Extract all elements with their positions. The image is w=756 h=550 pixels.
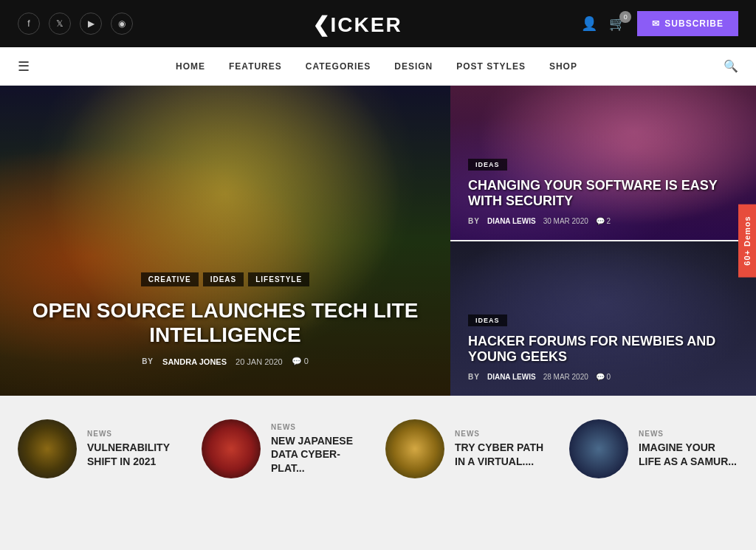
bottom-card-2[interactable]: NEWS NEW JAPANESE DATA CYBER-PLAT... [202,419,371,478]
side-bottom-tag[interactable]: IDEAS [468,314,507,326]
tag-ideas[interactable]: IDEAS [203,272,244,286]
nav-menu: HOME FEATURES CATEGORIES DESIGN POST STY… [176,61,577,72]
nav-item-home[interactable]: HOME [176,61,205,72]
side-bottom-comments: 💬 0 [596,373,611,381]
side-top-content: IDEAS CHANGING YOUR SOFTWARE IS EASY WIT… [450,157,756,225]
hero-author[interactable]: SANDRA JONES [162,357,227,366]
nav-item-post-styles[interactable]: POST STYLES [456,61,526,72]
nav-item-shop[interactable]: SHOP [549,61,577,72]
bottom-card-text-1: NEWS VULNERABILITY SHIFT IN 2021 [87,430,187,467]
tag-lifestyle[interactable]: LIFESTYLE [248,272,309,286]
side-bottom-content: IDEAS HACKER FORUMS FOR NEWBIES AND YOUN… [450,312,756,381]
search-icon[interactable]: 🔍 [724,59,738,73]
hero-by-label: BY [142,357,154,365]
side-bottom-date: 28 MAR 2020 [543,373,588,381]
bottom-card-category-3: NEWS [455,430,554,438]
side-top-date: 30 MAR 2020 [543,217,588,225]
side-top-comments: 💬 2 [596,217,611,225]
bottom-card-img-2 [202,419,261,478]
bottom-card-text-2: NEWS NEW JAPANESE DATA CYBER-PLAT... [271,423,371,475]
nav-item-categories[interactable]: CATEGORIES [306,61,371,72]
top-actions: 👤 🛒0 SUBSCRIBE [581,11,738,36]
bottom-card-category-2: NEWS [271,423,371,431]
hero-comments: 💬 0 [292,357,309,366]
youtube-icon[interactable]: ▶ [80,13,102,35]
hero-main-title: OPEN SOURCE LAUNCHES TECH LITE INTELLIGE… [0,298,450,348]
hero-main-meta: BY SANDRA JONES 20 JAN 2020 💬 0 [0,357,450,366]
bottom-card-category-4: NEWS [639,430,738,438]
hero-main[interactable]: CREATIVE IDEAS LIFESTYLE OPEN SOURCE LAU… [0,86,450,396]
hero-side-top[interactable]: IDEAS CHANGING YOUR SOFTWARE IS EASY WIT… [450,86,756,241]
facebook-icon[interactable]: f [18,13,40,35]
top-bar: f 𝕏 ▶ ◉ ❮ICKER 👤 🛒0 SUBSCRIBE [0,0,756,47]
bottom-card-img-3 [385,419,444,478]
bottom-section: NEWS VULNERABILITY SHIFT IN 2021 NEWS NE… [0,396,756,502]
nav-item-features[interactable]: FEATURES [229,61,282,72]
cart-badge: 0 [619,11,631,23]
demos-tab[interactable]: 60+ Demos [738,204,756,277]
side-bottom-title: HACKER FORUMS FOR NEWBIES AND YOUNG GEEK… [468,334,738,365]
bottom-card-title-1: VULNERABILITY SHIFT IN 2021 [87,441,187,467]
social-links: f 𝕏 ▶ ◉ [18,13,133,35]
bottom-card-title-3: TRY CYBER PATH IN A VIRTUAL.... [455,441,554,467]
side-top-meta: BY DIANA LEWIS 30 MAR 2020 💬 2 [468,217,738,225]
bottom-card-text-4: NEWS IMAGINE YOUR LIFE AS A SAMUR... [639,430,738,467]
bottom-card-img-4 [569,419,628,478]
hero-tags: CREATIVE IDEAS LIFESTYLE [0,272,450,286]
side-top-title: CHANGING YOUR SOFTWARE IS EASY WITH SECU… [468,178,738,210]
bottom-card-1[interactable]: NEWS VULNERABILITY SHIFT IN 2021 [18,419,187,478]
nav-item-design[interactable]: DESIGN [394,61,433,72]
twitter-icon[interactable]: 𝕏 [49,13,71,35]
hero-section: CREATIVE IDEAS LIFESTYLE OPEN SOURCE LAU… [0,86,756,396]
side-top-tag[interactable]: IDEAS [468,159,507,171]
side-bottom-by: BY [468,373,480,381]
side-top-author[interactable]: DIANA LEWIS [487,217,536,225]
side-top-by: BY [468,217,480,225]
hero-side-bottom[interactable]: IDEAS HACKER FORUMS FOR NEWBIES AND YOUN… [450,241,756,396]
bottom-card-text-3: NEWS TRY CYBER PATH IN A VIRTUAL.... [455,430,554,467]
hero-side: IDEAS CHANGING YOUR SOFTWARE IS EASY WIT… [450,86,756,396]
cart-icon[interactable]: 🛒0 [609,16,625,32]
tag-creative[interactable]: CREATIVE [141,272,199,286]
hamburger-icon[interactable]: ☰ [18,58,30,75]
bottom-card-category-1: NEWS [87,430,187,438]
subscribe-button[interactable]: SUBSCRIBE [637,11,738,36]
instagram-icon[interactable]: ◉ [111,13,133,35]
bottom-card-img-1 [18,419,77,478]
nav-bar: ☰ HOME FEATURES CATEGORIES DESIGN POST S… [0,47,756,86]
bottom-card-3[interactable]: NEWS TRY CYBER PATH IN A VIRTUAL.... [385,419,554,478]
bottom-card-title-4: IMAGINE YOUR LIFE AS A SAMUR... [639,441,738,467]
user-icon[interactable]: 👤 [581,16,597,32]
hero-date: 20 JAN 2020 [236,357,283,366]
side-bottom-author[interactable]: DIANA LEWIS [487,373,536,381]
site-logo[interactable]: ❮ICKER [312,10,402,38]
side-bottom-meta: BY DIANA LEWIS 28 MAR 2020 💬 0 [468,373,738,381]
bottom-card-4[interactable]: NEWS IMAGINE YOUR LIFE AS A SAMUR... [569,419,738,478]
hero-main-content: CREATIVE IDEAS LIFESTYLE OPEN SOURCE LAU… [0,272,450,366]
bottom-card-title-2: NEW JAPANESE DATA CYBER-PLAT... [271,434,371,475]
